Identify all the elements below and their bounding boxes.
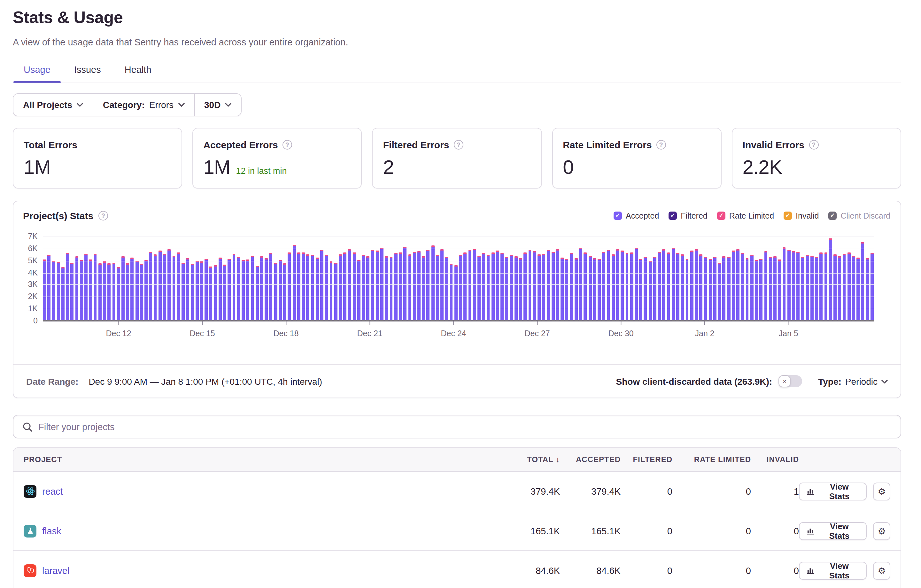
help-icon[interactable]: ? [809, 140, 818, 150]
chart-bar-rate-limited-cap [71, 262, 74, 264]
column-header-project[interactable]: PROJECT [13, 455, 483, 464]
chart-bar-rate-limited-cap [662, 249, 666, 251]
chart-bar-rate-limited-cap [736, 249, 739, 251]
help-icon[interactable]: ? [656, 140, 666, 150]
date-range-label: Date Range: [26, 376, 78, 386]
view-stats-button[interactable]: View Stats [799, 482, 867, 500]
chart-bar [47, 255, 50, 321]
help-icon[interactable]: ? [454, 140, 464, 150]
project-link-react[interactable]: react [42, 486, 63, 496]
chart-bar-rate-limited-cap [533, 251, 536, 252]
chart-bar-rate-limited-cap [306, 255, 310, 256]
project-filter-dropdown[interactable]: All Projects [13, 94, 93, 116]
chart-bar [829, 238, 832, 321]
view-stats-button[interactable]: View Stats [799, 562, 867, 579]
chart-bar-rate-limited-cap [404, 247, 407, 248]
chart-bar [177, 253, 180, 321]
help-icon[interactable]: ? [98, 211, 108, 220]
chart-bar [399, 252, 402, 321]
chart-bar-rate-limited-cap [122, 256, 125, 257]
gridline [43, 236, 874, 237]
project-link-flask[interactable]: flask [42, 526, 61, 536]
legend-item-accepted[interactable]: ✓Accepted [613, 211, 659, 220]
stat-card-value: 0 [563, 156, 574, 179]
chart-bar-rate-limited-cap [325, 255, 328, 256]
chart-bar-rate-limited-cap [376, 250, 379, 251]
chart-bar-rate-limited-cap [612, 255, 615, 256]
tab-issues[interactable]: Issues [64, 65, 111, 82]
chart-bar-rate-limited-cap [658, 251, 661, 253]
search-input[interactable] [38, 422, 892, 432]
column-header-accepted[interactable]: ACCEPTED [560, 455, 621, 464]
project-link-laravel[interactable]: laravel [42, 565, 69, 575]
period-filter-dropdown[interactable]: 30D [194, 94, 241, 116]
chart-bar [824, 252, 827, 321]
help-icon[interactable]: ? [283, 140, 292, 150]
chart-bar-rate-limited-cap [339, 255, 342, 256]
chart-bar [852, 256, 855, 321]
filter-button-group: All Projects Category: Errors 30D [13, 93, 242, 116]
chart-bar [593, 258, 596, 321]
chart-bar-rate-limited-cap [630, 252, 633, 253]
legend-checkbox-icon[interactable]: ✓ [828, 212, 836, 220]
project-settings-button[interactable]: ⚙ [873, 522, 890, 540]
chart-bar [436, 255, 439, 321]
type-dropdown[interactable]: Type: Periodic [818, 376, 888, 386]
bar-chart-icon [807, 527, 815, 535]
legend-checkbox-icon[interactable]: ✓ [784, 212, 792, 220]
chart-bar [866, 258, 869, 321]
tab-health[interactable]: Health [114, 65, 162, 82]
legend-checkbox-icon[interactable]: ✓ [717, 212, 726, 220]
column-header-rate-limited[interactable]: RATE LIMITED [672, 455, 751, 464]
chart-bar-rate-limited-cap [524, 252, 527, 253]
column-header-filtered[interactable]: FILTERED [621, 455, 672, 464]
chart-bar [353, 253, 356, 321]
legend-item-client-discard[interactable]: ✓Client Discard [828, 211, 890, 220]
tab-usage[interactable]: Usage [13, 65, 61, 82]
chart-bar-rate-limited-cap [769, 257, 772, 258]
chart-bar [334, 262, 337, 321]
chart-bar-rate-limited-cap [528, 250, 531, 251]
chart-bar [52, 261, 55, 321]
chart-bar-rate-limited-cap [205, 259, 208, 260]
chart-bar [760, 259, 763, 321]
toggle-knob-x-icon: × [778, 375, 791, 387]
x-axis-tick: Dec 24 [441, 321, 466, 338]
legend-item-filtered[interactable]: ✓Filtered [669, 211, 707, 220]
chart-bar-rate-limited-cap [186, 258, 189, 259]
chart-bar-rate-limited-cap [459, 255, 462, 256]
x-axis-tick: Dec 30 [609, 321, 634, 338]
chart-bar-rate-limited-cap [426, 250, 430, 251]
chart-bar [783, 248, 786, 321]
chart-bar-rate-limited-cap [168, 249, 171, 251]
column-header-total[interactable]: TOTAL ↓ [483, 455, 560, 464]
chart-bar [741, 253, 744, 321]
column-header-invalid[interactable]: INVALID [751, 455, 799, 464]
chart-bar [385, 256, 388, 321]
chart-bar-rate-limited-cap [140, 264, 143, 265]
client-discard-toggle[interactable]: × [778, 375, 802, 387]
chart-bar-rate-limited-cap [820, 253, 823, 254]
category-filter-dropdown[interactable]: Category: Errors [93, 94, 194, 116]
chart-bar [653, 257, 656, 321]
legend-checkbox-icon[interactable]: ✓ [669, 212, 677, 220]
chart-bar-rate-limited-cap [394, 253, 397, 255]
gridline [43, 261, 874, 261]
cell-accepted: 379.4K [560, 486, 621, 496]
view-stats-button[interactable]: View Stats [799, 522, 867, 540]
chart-bar [112, 262, 116, 321]
chart-bar-rate-limited-cap [311, 255, 314, 256]
chart-bar [727, 257, 730, 321]
cell-total: 84.6K [483, 565, 560, 575]
project-settings-button[interactable]: ⚙ [873, 562, 890, 579]
chart-bar [477, 256, 481, 321]
legend-item-rate-limited[interactable]: ✓Rate Limited [717, 211, 774, 220]
legend-checkbox-icon[interactable]: ✓ [613, 212, 622, 220]
chart-bar [274, 262, 277, 321]
project-settings-button[interactable]: ⚙ [873, 482, 890, 500]
chart-bar-rate-limited-cap [801, 257, 804, 258]
legend-item-invalid[interactable]: ✓Invalid [784, 211, 819, 220]
chart-plot: 01K2K3K4K5K6K7KDec 12Dec 15Dec 18Dec 21D… [43, 236, 874, 321]
chart-bar-rate-limited-cap [131, 257, 134, 259]
gear-icon: ⚙ [878, 566, 886, 575]
